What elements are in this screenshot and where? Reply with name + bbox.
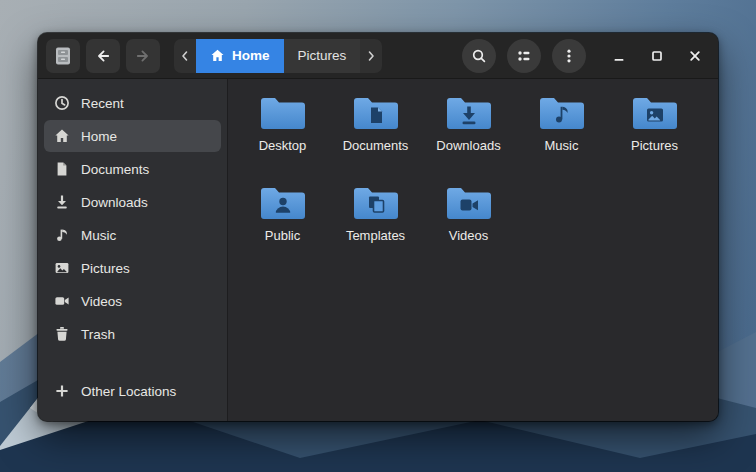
- file-name: Desktop: [259, 139, 307, 153]
- path-bar: Home Pictures: [174, 39, 382, 73]
- folder-icon-documents: [352, 93, 400, 133]
- menu-button[interactable]: [552, 39, 586, 73]
- recent-clock-icon: [54, 95, 70, 111]
- sidebar-item-trash[interactable]: Trash: [44, 318, 221, 350]
- folder-icon-music: [538, 93, 586, 133]
- chevron-right-icon: [365, 50, 377, 62]
- files-app-icon: [53, 46, 73, 66]
- chevron-left-icon: [179, 50, 191, 62]
- kebab-menu-icon: [561, 48, 577, 64]
- file-name: Public: [265, 229, 300, 243]
- file-item-public[interactable]: Public: [236, 181, 329, 259]
- file-item-templates[interactable]: Templates: [329, 181, 422, 259]
- close-icon: [687, 48, 703, 64]
- maximize-icon: [649, 48, 665, 64]
- folder-icon: [259, 93, 307, 133]
- back-arrow-icon: [95, 48, 111, 64]
- minimize-icon: [611, 48, 627, 64]
- close-button[interactable]: [682, 43, 708, 69]
- folder-icon-downloads: [445, 93, 493, 133]
- sidebar: Recent Home Documents: [38, 79, 228, 421]
- sidebar-item-label: Videos: [81, 294, 122, 309]
- file-item-music[interactable]: Music: [515, 91, 608, 169]
- plus-icon: [54, 383, 70, 399]
- home-icon: [54, 128, 70, 144]
- sidebar-item-label: Recent: [81, 96, 124, 111]
- folder-icon-templates: [352, 183, 400, 223]
- window-controls: [606, 43, 708, 69]
- document-icon: [54, 161, 70, 177]
- sidebar-item-music[interactable]: Music: [44, 219, 221, 251]
- sidebar-item-label: Other Locations: [81, 384, 176, 399]
- file-item-desktop[interactable]: Desktop: [236, 91, 329, 169]
- sidebar-item-home[interactable]: Home: [44, 120, 221, 152]
- sidebar-item-label: Pictures: [81, 261, 130, 276]
- file-name: Pictures: [631, 139, 678, 153]
- window-body: Recent Home Documents: [38, 79, 718, 421]
- sidebar-item-pictures[interactable]: Pictures: [44, 252, 221, 284]
- breadcrumb-pictures-label: Pictures: [298, 48, 347, 63]
- sidebar-item-label: Home: [81, 129, 117, 144]
- file-name: Music: [545, 139, 579, 153]
- music-note-icon: [54, 227, 70, 243]
- sidebar-item-label: Trash: [81, 327, 115, 342]
- breadcrumb-home[interactable]: Home: [196, 39, 284, 73]
- file-item-videos[interactable]: Videos: [422, 181, 515, 259]
- breadcrumb-pictures[interactable]: Pictures: [284, 39, 361, 73]
- forward-button[interactable]: [126, 39, 160, 73]
- picture-icon: [54, 260, 70, 276]
- download-icon: [54, 194, 70, 210]
- trash-icon: [54, 326, 70, 342]
- sidebar-item-downloads[interactable]: Downloads: [44, 186, 221, 218]
- file-item-downloads[interactable]: Downloads: [422, 91, 515, 169]
- folder-icon-videos: [445, 183, 493, 223]
- sidebar-item-label: Downloads: [81, 195, 148, 210]
- sidebar-item-recent[interactable]: Recent: [44, 87, 221, 119]
- sidebar-item-label: Documents: [81, 162, 149, 177]
- file-name: Downloads: [436, 139, 500, 153]
- search-button[interactable]: [462, 39, 496, 73]
- files-window: Home Pictures: [38, 33, 718, 421]
- maximize-button[interactable]: [644, 43, 670, 69]
- file-name: Videos: [449, 229, 489, 243]
- file-item-pictures[interactable]: Pictures: [608, 91, 701, 169]
- list-view-icon: [516, 48, 532, 64]
- back-button[interactable]: [86, 39, 120, 73]
- folder-icon-pictures: [631, 93, 679, 133]
- view-toggle-button[interactable]: [507, 39, 541, 73]
- folder-icon-public: [259, 183, 307, 223]
- home-icon: [210, 48, 225, 63]
- sidebar-item-label: Music: [81, 228, 116, 243]
- breadcrumb-home-label: Home: [232, 48, 270, 63]
- headerbar: Home Pictures: [38, 33, 718, 79]
- sidebar-item-documents[interactable]: Documents: [44, 153, 221, 185]
- breadcrumb-scroll-left[interactable]: [174, 39, 196, 73]
- file-name: Templates: [346, 229, 405, 243]
- app-button[interactable]: [46, 39, 80, 73]
- search-icon: [471, 48, 487, 64]
- sidebar-item-other-locations[interactable]: Other Locations: [44, 375, 221, 407]
- minimize-button[interactable]: [606, 43, 632, 69]
- file-name: Documents: [343, 139, 409, 153]
- forward-arrow-icon: [135, 48, 151, 64]
- video-camera-icon: [54, 293, 70, 309]
- breadcrumb-scroll-right[interactable]: [360, 39, 382, 73]
- sidebar-item-videos[interactable]: Videos: [44, 285, 221, 317]
- file-item-documents[interactable]: Documents: [329, 91, 422, 169]
- file-grid: Desktop Documents Downloads: [228, 79, 718, 421]
